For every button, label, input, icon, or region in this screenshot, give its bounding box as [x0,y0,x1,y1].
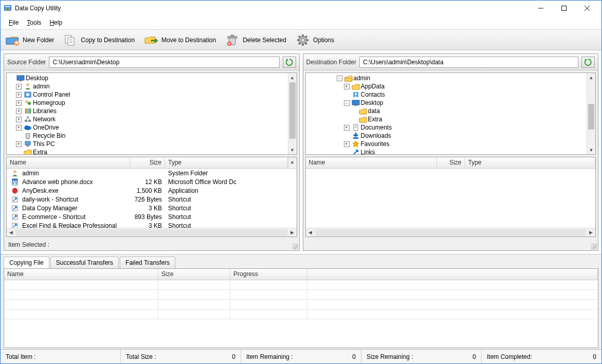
desktop-icon [352,99,360,107]
scrollbar-vertical[interactable]: ▲ [288,157,297,168]
col-type[interactable]: Type [465,157,596,168]
pc-icon [24,140,32,148]
move-button[interactable]: Move to Destination [141,31,222,49]
scrollbar-vertical[interactable]: ▲▼ [288,73,297,154]
scrollbar-horizontal[interactable]: ◀▶ [7,228,297,236]
source-listview[interactable]: Name Size Type ▲ adminSystem FolderWAdva… [6,157,297,237]
tree-item[interactable]: +Favourites [306,140,587,148]
tree-item[interactable]: Extra [306,115,587,123]
copy-icon [63,33,78,47]
tree-item[interactable]: +Control Panel [7,90,288,99]
tree-item[interactable]: -Desktop [306,99,587,107]
tree-item[interactable]: +Documents [306,123,587,132]
tree-expander[interactable]: - [344,100,350,106]
tree-expander[interactable]: + [16,125,22,131]
tree-expander[interactable]: + [16,92,22,98]
transfer-grid[interactable]: Name Size Progress [4,268,598,348]
list-item[interactable]: E-commerce - Shortcut893 BytesShortcut [7,212,297,221]
tree-item[interactable]: Links [306,148,587,154]
tree-item[interactable]: +OneDrive [7,123,288,132]
file-name: admin [22,170,39,177]
svg-point-58 [355,93,357,95]
scrollbar-horizontal[interactable]: ◀▶ [306,228,596,236]
menu-file[interactable]: File [5,17,23,28]
move-icon [144,33,158,47]
list-item[interactable]: WAdvance web phone.docx12 KBMicrosoft Of… [7,177,297,186]
col-size[interactable]: Size [130,157,165,168]
dest-refresh-button[interactable] [581,57,595,68]
dest-listview[interactable]: Name Size Type ◀▶ [305,157,596,237]
tree-item[interactable]: Extra [7,148,288,154]
svg-rect-38 [27,108,29,114]
new-folder-button[interactable]: ★ New Folder [3,31,60,49]
tree-item[interactable]: Recycle Bin [7,132,288,140]
tree-item[interactable]: +Homegroup [7,99,288,107]
tree-expander[interactable]: + [344,125,350,131]
col-size[interactable]: Size [437,157,465,168]
item-completed-value: 0 [593,353,596,360]
tree-item[interactable]: Downloads [306,132,587,140]
lnk-icon [11,213,19,221]
total-size-value: 0 [232,353,235,360]
list-item[interactable]: AnyDesk.exe1,500 KBApplication [7,186,297,195]
menu-help[interactable]: Help [45,17,66,28]
tree-expander[interactable]: + [16,84,22,89]
tree-item[interactable]: Contacts [306,90,587,99]
close-button[interactable] [575,1,598,16]
tree-item[interactable]: +admin [7,82,288,90]
copy-button[interactable]: Copy to Destination [61,31,140,49]
title-bar: Data Copy Utility [1,1,601,16]
list-item[interactable]: daily-work - Shortcut726 BytesShortcut [7,195,297,204]
options-button[interactable]: Options [293,31,340,49]
tree-item[interactable]: +Libraries [7,107,288,115]
tree-item[interactable]: +This PC [7,140,288,148]
tree-expander[interactable]: + [344,141,350,147]
svg-rect-16 [231,35,234,37]
dest-path-input[interactable] [359,57,578,68]
menu-tools[interactable]: Tools [23,17,45,28]
delete-button[interactable]: Delete Selected [223,31,292,49]
col-size[interactable]: Size [158,269,230,280]
col-blank[interactable] [307,269,598,280]
col-progress[interactable]: Progress [230,269,307,280]
source-refresh-button[interactable] [283,57,296,68]
list-item[interactable]: adminSystem Folder [7,169,297,177]
col-type[interactable]: Type [165,157,288,168]
list-item[interactable]: Excel Find & Replace Professional3 KBSho… [7,221,297,228]
tree-expander[interactable]: + [344,84,350,89]
svg-rect-1 [5,6,10,7]
tab-failed[interactable]: Failed Transfers [120,257,175,268]
col-name[interactable]: Name [306,157,437,168]
scrollbar-vertical[interactable]: ▲▼ [587,73,595,154]
contacts-icon [352,90,360,99]
svg-rect-5 [561,6,566,11]
tree-label: Desktop [26,75,48,82]
source-tree[interactable]: Desktop+admin+Control Panel+Homegroup+Li… [6,72,297,155]
new-folder-label: New Folder [23,37,54,44]
minimize-button[interactable] [529,1,552,16]
folder-icon [352,82,360,90]
tree-item[interactable]: -admin [306,74,587,82]
tab-copying[interactable]: Copying File [4,257,49,268]
svg-point-35 [25,100,28,103]
tree-expander[interactable]: - [337,76,342,81]
tree-label: Extra [33,149,47,154]
resize-grip[interactable] [591,243,597,249]
tree-item[interactable]: Desktop [7,74,288,82]
source-path-input[interactable] [49,57,279,68]
tree-expander[interactable]: + [16,100,22,106]
resize-grip[interactable] [292,243,298,249]
tree-expander[interactable]: + [16,141,22,147]
tab-success[interactable]: Successful Transfers [50,257,119,268]
svg-line-27 [305,43,307,44]
tree-item[interactable]: +AppData [306,82,587,90]
list-item[interactable]: Data Copy Manager3 KBShortcut [7,204,297,212]
tree-expander[interactable]: + [16,117,22,122]
dest-tree[interactable]: -admin+AppDataContacts-DesktopdataExtra+… [305,72,596,155]
maximize-button[interactable] [552,1,575,16]
tree-item[interactable]: +Network [7,115,288,123]
tree-item[interactable]: data [306,107,587,115]
col-name[interactable]: Name [7,157,130,168]
tree-expander[interactable]: + [16,108,22,114]
col-name[interactable]: Name [4,269,158,280]
